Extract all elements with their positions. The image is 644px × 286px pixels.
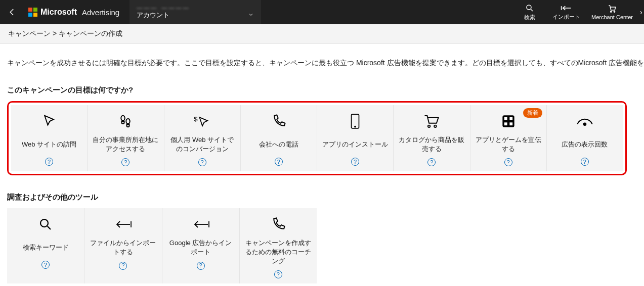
dollar-cursor-icon: $ (194, 112, 211, 130)
import-arrow-icon (191, 215, 211, 233)
import-button[interactable]: インポート (548, 0, 584, 24)
goal-sell-products[interactable]: カタログから商品を販売する ? (394, 105, 470, 171)
help-icon[interactable]: ? (198, 158, 206, 166)
footprints-icon (118, 112, 133, 130)
svg-rect-14 (509, 123, 512, 126)
goal-impressions[interactable]: 広告の表示回数 ? (547, 105, 623, 171)
phone-icon (271, 215, 286, 233)
goal-label: カタログから商品を販売する (398, 135, 465, 153)
svg-point-8 (428, 125, 430, 127)
tool-label: 検索キーワード (23, 239, 69, 256)
microsoft-logo-icon (28, 8, 37, 17)
mobile-icon (349, 112, 361, 130)
goals-highlight-box: Web サイトの訪問 ? 自分の事業所所在地にアクセスする ? $ 個人用 We… (7, 101, 627, 175)
tool-label: キャンペーンを作成するための無料のコーチング (244, 239, 313, 265)
magnifier-icon (38, 215, 53, 233)
svg-point-7 (355, 126, 356, 127)
svg-point-3 (121, 116, 125, 121)
svg-point-0 (527, 5, 531, 10)
help-icon[interactable]: ? (504, 158, 512, 166)
account-label: アカウント (137, 11, 169, 20)
goals-grid: Web サイトの訪問 ? 自分の事業所所在地にアクセスする ? $ 個人用 We… (11, 105, 623, 171)
goal-phone-calls[interactable]: 会社への電話 ? (241, 105, 317, 171)
chevron-down-icon (248, 12, 254, 19)
help-icon[interactable]: ? (351, 158, 359, 166)
goal-label: 個人用 Web サイトでのコンバージョン (168, 135, 236, 153)
goal-label: 自分の事業所所在地にアクセスする (92, 135, 159, 153)
help-icon[interactable]: ? (581, 158, 589, 166)
goals-heading: このキャンペーンの目標は何ですか? (7, 85, 637, 95)
product-name: Advertising (82, 8, 119, 17)
breadcrumb-current: キャンペーンの作成 (59, 29, 122, 37)
goal-business-location[interactable]: 自分の事業所所在地にアクセスする ? (88, 105, 164, 171)
goal-label: 会社への電話 (259, 135, 298, 153)
svg-rect-11 (504, 117, 507, 120)
goal-promote-apps-games[interactable]: 新着 アプリとゲームを宣伝する ? (470, 105, 547, 171)
goal-label: 広告の表示回数 (562, 135, 608, 153)
intro-text: キャンペーンを成功させるには明確な目標が必要です。ここで目標を設定すると、キャン… (7, 57, 637, 68)
help-icon[interactable]: ? (121, 158, 130, 166)
svg-rect-12 (509, 117, 512, 120)
svg-point-2 (614, 11, 615, 12)
svg-point-16 (40, 219, 48, 227)
tool-import-google[interactable]: Google 広告からインポート ? (162, 208, 240, 283)
goal-label: アプリとゲームを宣伝する (475, 135, 542, 153)
svg-point-4 (126, 119, 131, 124)
help-icon[interactable]: ? (41, 261, 50, 269)
help-icon[interactable]: ? (427, 158, 436, 166)
help-icon[interactable]: ? (119, 262, 127, 270)
eye-icon (576, 112, 593, 130)
svg-rect-10 (502, 116, 514, 127)
goal-website-visits[interactable]: Web サイトの訪問 ? (11, 105, 88, 171)
brand: Microsoft Advertising (24, 8, 123, 17)
tools-heading: 調査およびその他のツール (7, 193, 637, 202)
brand-name: Microsoft (40, 8, 77, 17)
breadcrumb: キャンペーン > キャンペーンの作成 (0, 24, 644, 44)
tool-import-file[interactable]: ファイルからインポートする ? (84, 208, 162, 283)
main-content: キャンペーンを成功させるには明確な目標が必要です。ここで目標を設定すると、キャン… (0, 44, 644, 286)
help-icon[interactable]: ? (45, 158, 53, 166)
help-icon[interactable]: ? (274, 270, 282, 278)
cart-icon (423, 112, 440, 130)
help-icon[interactable]: ? (275, 158, 283, 166)
merchant-center-button[interactable]: Merchant Center (584, 0, 640, 24)
tool-label: Google 広告からインポート (166, 239, 235, 256)
more-indicator: › (640, 8, 644, 16)
breadcrumb-campaigns[interactable]: キャンペーン (8, 29, 51, 37)
help-icon[interactable]: ? (197, 262, 205, 270)
app-header: Microsoft Advertising — — —— — — — アカウント… (0, 0, 644, 24)
search-label: 検索 (524, 14, 535, 21)
goal-app-installs[interactable]: アプリのインストール ? (317, 105, 394, 171)
goal-label: Web サイトの訪問 (22, 135, 76, 153)
search-button[interactable]: 検索 (511, 0, 548, 24)
apps-grid-icon (501, 112, 516, 130)
svg-point-9 (435, 125, 437, 127)
tool-keyword-research[interactable]: 検索キーワード ? (7, 208, 84, 283)
tool-coaching[interactable]: キャンペーンを作成するための無料のコーチング ? (240, 208, 317, 283)
goal-label: アプリのインストール (322, 135, 388, 153)
import-label: インポート (552, 13, 580, 21)
svg-rect-13 (504, 123, 507, 126)
goal-conversions[interactable]: $ 個人用 Web サイトでのコンバージョン ? (164, 105, 241, 171)
account-switcher[interactable]: — — —— — — — アカウント (130, 0, 261, 24)
merchant-center-label: Merchant Center (591, 14, 633, 20)
phone-icon (271, 112, 286, 130)
svg-text:$: $ (194, 115, 198, 123)
cursor-icon (41, 112, 57, 130)
import-arrow-icon (113, 215, 133, 233)
svg-point-1 (611, 11, 612, 12)
svg-point-15 (584, 123, 586, 126)
tool-label: ファイルからインポートする (89, 239, 157, 256)
tools-grid: 検索キーワード ? ファイルからインポートする ? Google 広告からインポ… (7, 208, 317, 283)
new-badge: 新着 (523, 108, 542, 118)
back-button[interactable] (0, 0, 24, 24)
